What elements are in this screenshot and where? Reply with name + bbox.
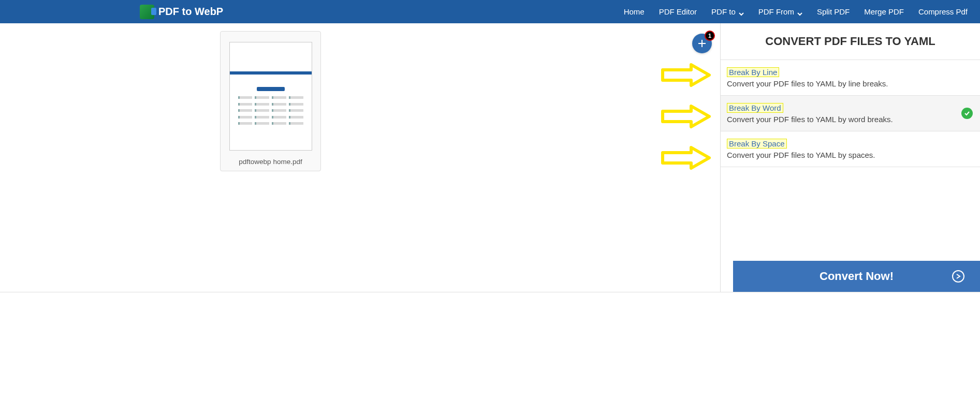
nav-merge-pdf[interactable]: Merge PDF (864, 7, 904, 16)
chevron-down-icon (739, 9, 744, 14)
page-thumbnail (229, 42, 312, 151)
nav-pdf-to[interactable]: PDF to (711, 7, 744, 16)
option-name: Break By Word (727, 103, 783, 113)
option-desc: Convert your PDF files to YAML by line b… (727, 79, 951, 88)
nav-split-pdf[interactable]: Split PDF (817, 7, 850, 16)
checkmark-icon (961, 108, 973, 119)
file-thumbnail-card[interactable]: pdftowebp home.pdf (220, 31, 321, 171)
nav-editor-label: PDF Editor (659, 7, 697, 16)
convert-option[interactable]: Break By WordConvert your PDF files to Y… (721, 96, 980, 131)
nav-pdf-from[interactable]: PDF From (758, 7, 802, 16)
panel-title: CONVERT PDF FILES TO YAML (721, 23, 980, 60)
nav-links: Home PDF Editor PDF to PDF From Split PD… (624, 7, 968, 16)
option-desc: Convert your PDF files to YAML by word b… (727, 115, 951, 124)
convert-option[interactable]: Break By SpaceConvert your PDF files to … (721, 131, 980, 167)
add-file-button[interactable]: 1 (692, 34, 712, 53)
nav-to-label: PDF to (711, 7, 736, 16)
brand-name: PDF to WebP (158, 6, 223, 18)
nav-home-label: Home (624, 7, 645, 16)
file-name-label: pdftowebp home.pdf (239, 158, 302, 166)
nav-compress-label: Compress Pdf (918, 7, 968, 16)
file-preview-pane: pdftowebp home.pdf 1 (0, 23, 720, 292)
nav-pdf-editor[interactable]: PDF Editor (659, 7, 697, 16)
annotation-arrow-icon (660, 145, 712, 171)
nav-split-label: Split PDF (817, 7, 850, 16)
top-navbar: PDF to WebP Home PDF Editor PDF to PDF F… (0, 0, 980, 23)
options-panel: CONVERT PDF FILES TO YAML Break By LineC… (720, 23, 980, 292)
annotation-arrow-icon (660, 103, 712, 129)
nav-home[interactable]: Home (624, 7, 645, 16)
brand[interactable]: PDF to WebP (140, 5, 223, 19)
plus-icon (697, 39, 707, 48)
nav-from-label: PDF From (758, 7, 794, 16)
nav-compress-pdf[interactable]: Compress Pdf (918, 7, 968, 16)
chevron-down-icon (797, 9, 802, 14)
nav-merge-label: Merge PDF (864, 7, 904, 16)
main-area: pdftowebp home.pdf 1 CONVERT PDF FILES T… (0, 23, 980, 292)
convert-option[interactable]: Break By LineConvert your PDF files to Y… (721, 60, 980, 96)
convert-button-label: Convert Now! (820, 270, 894, 283)
convert-now-button[interactable]: Convert Now! (733, 261, 980, 292)
file-count-badge: 1 (705, 31, 715, 41)
option-name: Break By Space (727, 139, 787, 149)
option-desc: Convert your PDF files to YAML by spaces… (727, 151, 951, 159)
annotation-arrow-icon (660, 62, 712, 88)
arrow-right-circle-icon (952, 270, 964, 283)
brand-logo-icon (140, 5, 154, 19)
option-name: Break By Line (727, 67, 779, 77)
